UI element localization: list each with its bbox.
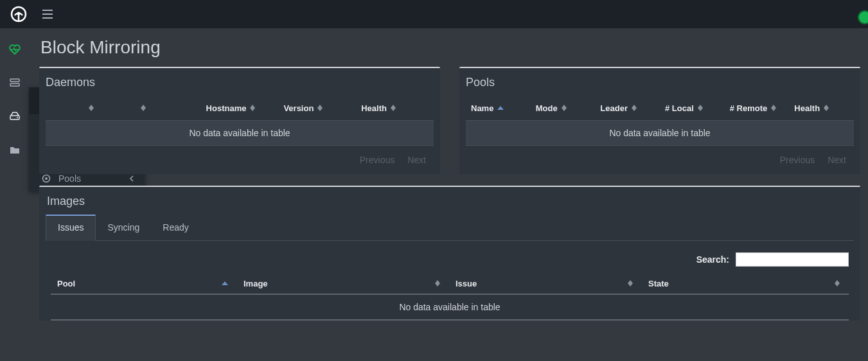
next-button[interactable]: Next	[828, 155, 846, 165]
folder-icon	[10, 146, 20, 154]
images-tabpanel: Search: Pool Image Issue State No data a…	[46, 241, 854, 321]
images-searchbar: Search:	[51, 252, 849, 267]
pools-col-local[interactable]: # Local	[660, 103, 725, 113]
images-tabs: Issues Syncing Ready	[46, 215, 854, 240]
search-label: Search:	[696, 254, 729, 265]
daemons-col-id[interactable]: ID	[123, 103, 201, 113]
daemons-col-version[interactable]: Version	[278, 103, 356, 113]
status-indicator	[858, 10, 868, 24]
main-content: Block Mirroring Daemons Instance ID Host…	[29, 28, 860, 361]
rail-block[interactable]	[0, 108, 29, 125]
pools-col-leader[interactable]: Leader	[595, 103, 660, 113]
svg-rect-4	[10, 84, 19, 86]
next-button[interactable]: Next	[407, 155, 426, 165]
pools-col-mode[interactable]: Mode	[531, 103, 596, 113]
svg-rect-3	[10, 79, 19, 82]
heart-icon	[9, 44, 21, 55]
search-input[interactable]	[736, 252, 849, 267]
pools-pane: Pools Name Mode Leader # Local # Remote …	[459, 67, 860, 174]
tab-ready[interactable]: Ready	[151, 216, 200, 240]
images-col-image[interactable]: Image	[237, 279, 449, 288]
daemons-pane: Daemons Instance ID Hostname Version Hea…	[39, 67, 440, 174]
images-col-state[interactable]: State	[642, 279, 849, 288]
daemons-pager: Previous Next	[39, 146, 440, 165]
svg-point-6	[17, 117, 18, 118]
rail-cluster[interactable]	[0, 75, 29, 91]
images-col-issue[interactable]: Issue	[449, 279, 642, 288]
pools-table: Name Mode Leader # Local # Remote Health…	[466, 98, 854, 146]
rail-health[interactable]	[0, 41, 29, 58]
prev-button[interactable]: Previous	[360, 155, 394, 165]
sidebar-rail	[0, 28, 29, 361]
daemons-empty-row: No data available in table	[46, 120, 434, 146]
daemons-table: Instance ID Hostname Version Health No d…	[46, 98, 434, 146]
images-col-pool[interactable]: Pool	[51, 279, 237, 288]
drive-icon	[10, 112, 20, 121]
rail-filesystem[interactable]	[0, 141, 29, 158]
images-table-head: Pool Image Issue State	[51, 273, 849, 295]
topbar	[0, 0, 868, 28]
stack-icon	[10, 78, 20, 87]
pools-col-name[interactable]: Name	[466, 103, 531, 113]
prev-button[interactable]: Previous	[780, 155, 815, 165]
pools-pager: Previous Next	[459, 146, 860, 165]
pools-title: Pools	[459, 68, 860, 98]
images-title: Images	[46, 187, 854, 215]
app-logo	[9, 4, 28, 24]
pools-empty-row: No data available in table	[466, 120, 854, 146]
daemons-col-health[interactable]: Health	[356, 103, 434, 113]
page-title: Block Mirroring	[40, 37, 860, 58]
daemons-col-instance[interactable]: Instance	[46, 103, 123, 113]
daemons-title: Daemons	[39, 68, 440, 98]
pools-col-remote[interactable]: # Remote	[725, 103, 790, 113]
daemons-col-hostname[interactable]: Hostname	[201, 103, 279, 113]
tab-issues[interactable]: Issues	[46, 215, 96, 241]
tab-syncing[interactable]: Syncing	[96, 216, 151, 240]
menu-toggle-button[interactable]	[42, 4, 58, 24]
pools-col-health[interactable]: Health	[789, 103, 854, 113]
images-empty-row: No data available in table	[51, 295, 849, 321]
images-pane: Images Issues Syncing Ready Search: Pool…	[39, 186, 860, 321]
